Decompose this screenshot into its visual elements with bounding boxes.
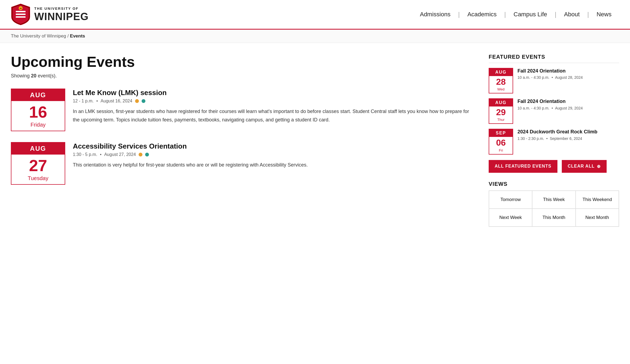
event-title[interactable]: Accessibility Services Orientation [73,142,472,150]
event-description: This orientation is very helpful for fir… [73,161,472,169]
event-time: 1:30 - 5 p.m. [73,152,97,157]
featured-event-title[interactable]: Fall 2024 Orientation [517,98,619,105]
svg-rect-2 [16,16,26,18]
featured-event-details: 2024 Duckworth Great Rock Climb 1:30 - 2… [517,129,619,140]
event-date-block: AUG 16 Friday [11,89,65,131]
event-description: In an LMK session, first-year students w… [73,107,472,124]
clear-all-button[interactable]: CLEAR ALL ⊕ [562,160,607,173]
main-nav: Admissions | Academics | Campus Life | A… [412,11,619,18]
main-content: Upcoming Events Showing 20 event(s). AUG… [0,43,630,238]
event-meta: 1:30 - 5 p.m. • August 27, 2024 [73,152,472,157]
featured-event-row: AUG 29 Thur Fall 2024 Orientation 10 a.m… [489,98,619,124]
showing-label: Showing [11,73,31,79]
featured-date-block: AUG 29 Thur [489,98,513,124]
breadcrumb-current: Events [70,33,85,39]
event-day: 27 [11,155,65,175]
nav-about[interactable]: About [556,11,587,18]
views-grid: Tomorrow This Week This Weekend Next Wee… [489,190,619,227]
svg-rect-0 [16,11,26,12]
view-next-week[interactable]: Next Week [489,209,532,227]
showing-number: 20 [31,73,36,79]
dot-orange-icon [135,99,139,103]
featured-event-meta: 10 a.m. - 4:30 p.m. • August 28, 2024 [517,75,619,80]
featured-weekday: Fri [489,148,513,154]
nav-campus-life[interactable]: Campus Life [506,11,555,18]
featured-weekday: Wed [489,87,513,93]
dot-teal-icon [142,99,145,103]
logo-text-top: THE UNIVERSITY OF [34,7,89,11]
university-shield-icon: W [11,3,30,26]
featured-time: 1:30 - 2:30 p.m. [517,136,544,141]
sidebar: FEATURED EVENTS AUG 28 Wed Fall 2024 Ori… [489,54,619,227]
view-next-month[interactable]: Next Month [576,209,619,227]
event-day: 16 [11,101,65,122]
featured-date-label: August 28, 2024 [555,75,583,80]
clear-all-icon: ⊕ [597,164,601,169]
featured-event-meta: 1:30 - 2:30 p.m. • September 6, 2024 [517,136,619,141]
featured-time: 10 a.m. - 4:30 p.m. [517,106,550,110]
event-card: AUG 16 Friday Let Me Know (LMK) session … [11,89,472,131]
svg-text:W: W [20,7,22,10]
breadcrumb-home[interactable]: The University of Winnipeg [11,33,66,39]
page-title: Upcoming Events [11,54,472,70]
featured-event-title[interactable]: Fall 2024 Orientation [517,68,619,74]
view-this-week[interactable]: This Week [532,191,575,209]
showing-count-text: Showing 20 event(s). [11,73,472,79]
view-this-month[interactable]: This Month [532,209,575,227]
featured-date-block: AUG 28 Wed [489,68,513,93]
event-weekday: Tuesday [11,175,65,184]
event-card: AUG 27 Tuesday Accessibility Services Or… [11,142,472,185]
featured-date-block: SEP 06 Fri [489,129,513,154]
featured-bullet: • [546,136,549,141]
all-featured-events-button[interactable]: ALL FEATURED EVENTS [489,160,557,173]
clear-all-label: CLEAR ALL [568,164,595,169]
event-meta-bullet: • [100,152,102,157]
featured-month: AUG [489,99,513,106]
event-info: Accessibility Services Orientation 1:30 … [73,142,472,169]
nav-admissions[interactable]: Admissions [412,11,458,18]
svg-rect-1 [16,14,26,15]
events-section: Upcoming Events Showing 20 event(s). AUG… [11,54,489,227]
view-tomorrow[interactable]: Tomorrow [489,191,532,209]
event-date-block: AUG 27 Tuesday [11,142,65,185]
featured-event-details: Fall 2024 Orientation 10 a.m. - 4:30 p.m… [517,98,619,110]
event-info: Let Me Know (LMK) session 12 - 1 p.m. • … [73,89,472,124]
views-label: VIEWS [489,181,619,187]
nav-academics[interactable]: Academics [460,11,504,18]
featured-weekday: Thur [489,118,513,123]
event-month: AUG [11,143,65,155]
event-time: 12 - 1 p.m. [73,99,93,103]
featured-event-title[interactable]: 2024 Duckworth Great Rock Climb [517,129,619,135]
breadcrumb: The University of Winnipeg / Events [0,30,630,43]
featured-month: SEP [489,129,513,137]
site-header: W THE UNIVERSITY OF WINNIPEG Admissions … [0,0,630,30]
event-title[interactable]: Let Me Know (LMK) session [73,89,472,97]
dot-teal-icon [145,153,149,156]
view-this-weekend[interactable]: This Weekend [576,191,619,209]
featured-event-details: Fall 2024 Orientation 10 a.m. - 4:30 p.m… [517,68,619,80]
logo-text-bottom: WINNIPEG [34,11,89,23]
event-month: AUG [11,89,65,101]
breadcrumb-separator: / [67,33,70,39]
event-meta-bullet: • [96,99,98,103]
event-meta: 12 - 1 p.m. • August 16, 2024 [73,99,472,103]
dot-orange-icon [139,153,142,156]
featured-time: 10 a.m. - 4:30 p.m. [517,75,550,80]
event-date-label: August 16, 2024 [101,99,132,103]
featured-event-row: AUG 28 Wed Fall 2024 Orientation 10 a.m.… [489,68,619,93]
featured-day: 06 [489,137,513,148]
featured-day: 28 [489,76,513,87]
featured-events-label: FEATURED EVENTS [489,54,619,63]
logo-area[interactable]: W THE UNIVERSITY OF WINNIPEG [11,3,89,26]
nav-news[interactable]: News [589,11,619,18]
featured-event-meta: 10 a.m. - 4:30 p.m. • August 29, 2024 [517,106,619,110]
featured-date-label: September 6, 2024 [550,136,582,141]
event-date-label: August 27, 2024 [104,152,136,157]
featured-day: 29 [489,106,513,118]
event-weekday: Friday [11,122,65,131]
featured-month: AUG [489,68,513,76]
featured-bullet: • [551,106,554,110]
featured-date-label: August 29, 2024 [555,106,583,110]
featured-bullet: • [551,75,554,80]
showing-suffix: event(s). [36,73,57,79]
